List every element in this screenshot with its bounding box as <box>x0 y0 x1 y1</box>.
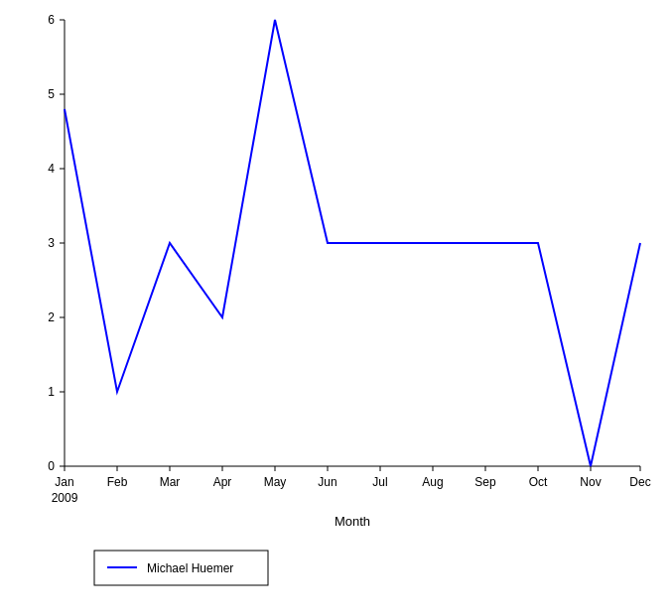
legend-label: Michael Huemer <box>147 561 233 575</box>
x-tick-label-aug: Aug <box>422 475 443 489</box>
y-tick-label-1: 1 <box>48 385 55 399</box>
x-tick-label-sep: Sep <box>474 475 496 489</box>
y-tick-label-2: 2 <box>48 310 55 324</box>
x-tick-label-nov: Nov <box>580 475 601 489</box>
y-tick-label-3: 3 <box>48 236 55 250</box>
y-tick-label-6: 6 <box>48 13 55 27</box>
x-tick-label-mar: Mar <box>160 475 181 489</box>
x-tick-label-apr: Apr <box>213 475 232 489</box>
data-line-michael-huemer <box>65 20 640 466</box>
y-tick-label-0: 0 <box>48 459 55 473</box>
y-tick-label-4: 4 <box>48 162 55 176</box>
x-tick-label-jul: Jul <box>372 475 387 489</box>
x-tick-label-jun: Jun <box>318 475 336 489</box>
x-tick-label-dec: Dec <box>629 475 650 489</box>
x-axis-title: Month <box>335 514 370 529</box>
x-sub-label-year: 2009 <box>52 491 78 505</box>
y-tick-label-5: 5 <box>48 87 55 101</box>
x-tick-label-jan: Jan <box>55 475 73 489</box>
x-tick-label-oct: Oct <box>529 475 548 489</box>
x-tick-label-feb: Feb <box>107 475 128 489</box>
x-tick-label-may: May <box>264 475 287 489</box>
chart-svg: 0 1 2 3 4 5 6 Jan 2009 Feb Mar Apr May <box>0 0 672 616</box>
chart-container: 0 1 2 3 4 5 6 Jan 2009 Feb Mar Apr May <box>0 0 672 616</box>
